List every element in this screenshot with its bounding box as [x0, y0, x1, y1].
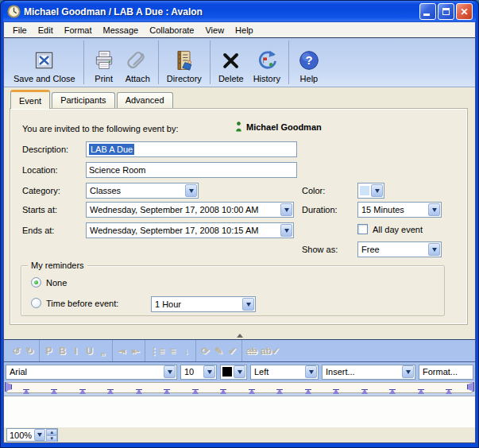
reminder-time-radio[interactable]: Time before event:	[31, 298, 118, 308]
ruler[interactable]	[4, 381, 475, 396]
delete-button[interactable]: Delete	[214, 41, 249, 84]
ruler-tabstop-icon[interactable]	[389, 389, 396, 394]
format-select[interactable]: Format...	[419, 365, 473, 380]
ruler-tabstop-icon[interactable]	[107, 389, 114, 394]
location-input[interactable]: Science Room	[86, 162, 297, 178]
chevron-down-icon[interactable]	[402, 365, 414, 378]
category-select[interactable]: Classes	[86, 183, 199, 199]
chevron-down-icon[interactable]	[203, 365, 215, 378]
quote-icon[interactable]: „	[96, 344, 110, 358]
chevron-down-icon[interactable]	[428, 243, 440, 256]
titlebar[interactable]: Michael Goodman / LAB A Due : Avalon ✕	[3, 1, 476, 22]
ruler-tabstop-icon[interactable]	[220, 389, 226, 394]
undo-icon[interactable]: ↺	[10, 344, 23, 358]
zoom-spinner[interactable]: ▲▼	[46, 429, 57, 441]
save-and-close-button[interactable]: Save and Close	[9, 41, 80, 84]
starts-at-select[interactable]: Wednesday, September 17, 2008 10:00 AM	[86, 202, 294, 218]
print-icon	[92, 48, 116, 72]
underline-icon[interactable]: U	[83, 344, 96, 358]
menu-help[interactable]: Help	[230, 24, 259, 37]
color-select[interactable]	[357, 183, 384, 199]
pencil-icon[interactable]: ✎	[212, 344, 226, 358]
spinner-up-icon[interactable]: ▲	[46, 429, 57, 435]
show-as-select[interactable]: Free	[357, 241, 442, 257]
menu-edit[interactable]: Edit	[33, 24, 59, 37]
chevron-down-icon[interactable]	[371, 184, 383, 197]
spellcheck-icon[interactable]: ab✓	[259, 344, 281, 358]
directory-button[interactable]: Directory	[162, 41, 207, 84]
attach-icon	[126, 48, 149, 72]
ruler-tabstop-icon[interactable]	[51, 389, 57, 394]
chevron-down-icon[interactable]	[185, 184, 197, 197]
toolbar-button-label: History	[253, 74, 280, 83]
font-size-select[interactable]: 10	[180, 365, 217, 380]
maximize-button[interactable]	[438, 3, 454, 20]
zoom-control[interactable]: 100% ▲▼	[6, 428, 58, 442]
history-button[interactable]: History	[249, 41, 285, 84]
redo-icon[interactable]: ↻	[23, 344, 37, 358]
ruler-tabstop-icon[interactable]	[446, 389, 452, 394]
bold-icon[interactable]: B	[56, 344, 69, 358]
menu-collaborate[interactable]: Collaborate	[144, 24, 199, 37]
ruler-tabstop-icon[interactable]	[249, 389, 255, 394]
ruler-tabstop-icon[interactable]	[361, 389, 368, 394]
insert-select[interactable]: Insert...	[322, 365, 415, 380]
chevron-down-icon[interactable]	[280, 224, 292, 237]
indent-right-icon[interactable]: ⇤	[129, 344, 142, 358]
font-family-select[interactable]: Arial	[6, 365, 177, 380]
menu-format[interactable]: Format	[59, 24, 98, 37]
help-button[interactable]: ?Help	[292, 41, 326, 84]
description-input[interactable]: LAB A Due	[86, 141, 297, 157]
chevron-down-icon[interactable]	[234, 365, 245, 378]
paragraph-icon[interactable]: P	[42, 344, 56, 358]
tab-participants[interactable]: Participants	[52, 92, 114, 109]
tab-event[interactable]: Event	[10, 90, 50, 109]
rotate-icon[interactable]: ⟳	[199, 344, 212, 358]
print-button[interactable]: Print	[87, 41, 121, 84]
chevron-down-icon[interactable]	[305, 365, 317, 378]
chevron-down-icon[interactable]	[164, 365, 176, 378]
reminder-none-radio[interactable]: None	[31, 277, 67, 288]
attach-button[interactable]: Attach	[121, 41, 155, 84]
chevron-down-icon[interactable]	[428, 203, 440, 216]
ruler-tabstop-icon[interactable]	[79, 389, 86, 394]
splitter[interactable]	[4, 332, 475, 340]
font-color-select[interactable]	[220, 365, 247, 380]
statusbar: 100% ▲▼	[4, 427, 475, 442]
menu-message[interactable]: Message	[98, 24, 145, 37]
ruler-tabstop-icon[interactable]	[23, 389, 29, 394]
ruler-tabstop-icon[interactable]	[276, 389, 283, 394]
ruler-tabstop-icon[interactable]	[418, 389, 424, 394]
chevron-down-icon[interactable]	[242, 298, 254, 311]
spinner-down-icon[interactable]: ▼	[46, 435, 57, 442]
ends-at-select[interactable]: Wednesday, September 17, 2008 10:15 AM	[86, 222, 294, 238]
category-label: Category:	[22, 186, 60, 195]
ruler-tabstop-icon[interactable]	[136, 389, 142, 394]
all-day-checkbox[interactable]: All day event	[357, 224, 423, 234]
ruler-tabstop-icon[interactable]	[305, 389, 311, 394]
close-icon: ✕	[460, 7, 468, 17]
duration-select[interactable]: 15 Minutes	[357, 202, 442, 218]
approve-icon[interactable]: ✔	[226, 344, 239, 358]
ruler-tabstop-icon[interactable]	[164, 389, 170, 394]
replace-icon[interactable]: ab	[245, 344, 259, 358]
menu-file[interactable]: File	[7, 24, 33, 37]
ruler-tabstop-icon[interactable]	[333, 389, 339, 394]
reminder-time-select[interactable]: 1 Hour	[151, 296, 256, 312]
minimize-button[interactable]	[419, 3, 436, 20]
indent-left-icon[interactable]: ⇥	[115, 344, 129, 358]
italic-icon[interactable]: I	[69, 344, 83, 358]
menu-view[interactable]: View	[199, 24, 230, 37]
chevron-down-icon[interactable]	[34, 429, 45, 441]
tab-advanced[interactable]: Advanced	[117, 92, 173, 109]
list-numbered-icon[interactable]: ⋮≡	[148, 344, 166, 358]
window-title: Michael Goodman / LAB A Due : Avalon	[24, 6, 419, 17]
ruler-tabstop-icon[interactable]	[192, 389, 199, 394]
message-body[interactable]	[4, 396, 475, 427]
chevron-down-icon[interactable]	[280, 203, 292, 216]
color-label: Color:	[302, 186, 325, 195]
align-select[interactable]: Left	[250, 365, 319, 380]
arrow-down-icon[interactable]: ↓	[180, 344, 193, 358]
close-button[interactable]: ✕	[456, 3, 473, 20]
list-icon[interactable]: ≡	[166, 344, 180, 358]
